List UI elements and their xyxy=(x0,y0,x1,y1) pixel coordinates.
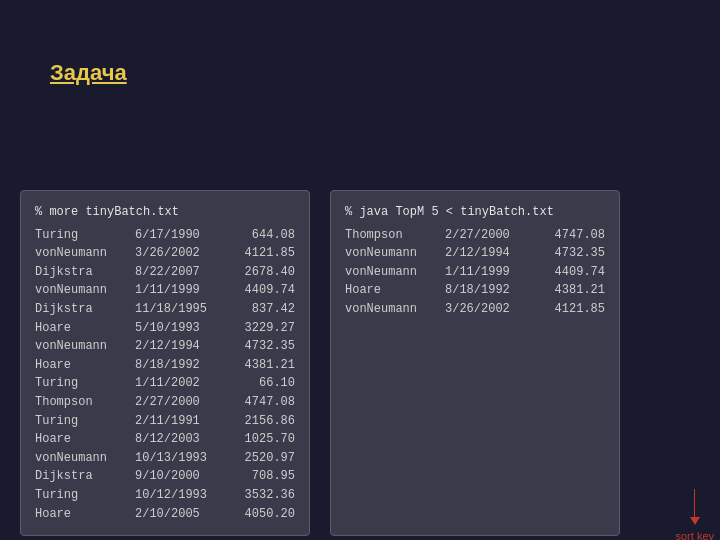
row-value: 2520.97 xyxy=(225,449,295,468)
row-name: Hoare xyxy=(345,281,445,300)
row-date: 2/10/2005 xyxy=(135,505,225,524)
row-value: 4747.08 xyxy=(225,393,295,412)
table-row: Turing10/12/19933532.36 xyxy=(35,486,295,505)
row-name: vonNeumann xyxy=(35,281,135,300)
row-name: vonNeumann xyxy=(345,300,445,319)
page-title: Задача xyxy=(50,60,127,86)
row-name: vonNeumann xyxy=(35,449,135,468)
row-value: 3229.27 xyxy=(225,319,295,338)
table-row: Hoare5/10/19933229.27 xyxy=(35,319,295,338)
row-date: 3/26/2002 xyxy=(135,244,225,263)
right-terminal: % java TopM 5 < tinyBatch.txt Thompson2/… xyxy=(330,190,620,536)
left-terminal-command: % more tinyBatch.txt xyxy=(35,203,295,222)
row-name: Hoare xyxy=(35,356,135,375)
row-value: 2156.86 xyxy=(225,412,295,431)
row-name: Hoare xyxy=(35,505,135,524)
row-date: 1/11/2002 xyxy=(135,374,225,393)
row-name: Turing xyxy=(35,374,135,393)
table-row: vonNeumann2/12/19944732.35 xyxy=(345,244,605,263)
table-row: Turing1/11/200266.10 xyxy=(35,374,295,393)
left-terminal: % more tinyBatch.txt Turing6/17/1990644.… xyxy=(20,190,310,536)
row-name: vonNeumann xyxy=(35,244,135,263)
right-terminal-rows: Thompson2/27/20004747.08vonNeumann2/12/1… xyxy=(345,226,605,319)
row-value: 4409.74 xyxy=(535,263,605,282)
table-row: Hoare8/12/20031025.70 xyxy=(35,430,295,449)
row-date: 6/17/1990 xyxy=(135,226,225,245)
table-row: Hoare8/18/19924381.21 xyxy=(35,356,295,375)
table-row: Turing6/17/1990644.08 xyxy=(35,226,295,245)
table-row: vonNeumann1/11/19994409.74 xyxy=(345,263,605,282)
row-name: Dijkstra xyxy=(35,300,135,319)
row-name: Hoare xyxy=(35,430,135,449)
table-row: Turing2/11/19912156.86 xyxy=(35,412,295,431)
row-date: 8/18/1992 xyxy=(445,281,535,300)
table-row: vonNeumann2/12/19944732.35 xyxy=(35,337,295,356)
row-date: 2/12/1994 xyxy=(135,337,225,356)
row-date: 2/11/1991 xyxy=(135,412,225,431)
row-name: vonNeumann xyxy=(345,263,445,282)
row-date: 9/10/2000 xyxy=(135,467,225,486)
right-terminal-command: % java TopM 5 < tinyBatch.txt xyxy=(345,203,605,222)
table-row: Thompson2/27/20004747.08 xyxy=(345,226,605,245)
row-name: Thompson xyxy=(35,393,135,412)
row-date: 5/10/1993 xyxy=(135,319,225,338)
row-value: 4381.21 xyxy=(225,356,295,375)
table-row: Hoare8/18/19924381.21 xyxy=(345,281,605,300)
row-value: 4381.21 xyxy=(535,281,605,300)
row-date: 10/13/1993 xyxy=(135,449,225,468)
row-date: 2/27/2000 xyxy=(135,393,225,412)
row-date: 8/12/2003 xyxy=(135,430,225,449)
row-date: 1/11/1999 xyxy=(135,281,225,300)
table-row: Dijkstra9/10/2000708.95 xyxy=(35,467,295,486)
row-date: 8/22/2007 xyxy=(135,263,225,282)
row-value: 1025.70 xyxy=(225,430,295,449)
table-row: Dijkstra8/22/20072678.40 xyxy=(35,263,295,282)
left-terminal-rows: Turing6/17/1990644.08vonNeumann3/26/2002… xyxy=(35,226,295,524)
row-date: 10/12/1993 xyxy=(135,486,225,505)
row-value: 4050.20 xyxy=(225,505,295,524)
table-row: vonNeumann3/26/20024121.85 xyxy=(35,244,295,263)
row-name: Turing xyxy=(35,412,135,431)
row-name: Turing xyxy=(35,226,135,245)
table-row: vonNeumann1/11/19994409.74 xyxy=(35,281,295,300)
row-value: 4747.08 xyxy=(535,226,605,245)
row-name: Hoare xyxy=(35,319,135,338)
row-value: 4121.85 xyxy=(535,300,605,319)
row-date: 1/11/1999 xyxy=(445,263,535,282)
row-date: 2/27/2000 xyxy=(445,226,535,245)
row-date: 3/26/2002 xyxy=(445,300,535,319)
row-value: 4409.74 xyxy=(225,281,295,300)
row-value: 2678.40 xyxy=(225,263,295,282)
table-row: Dijkstra11/18/1995837.42 xyxy=(35,300,295,319)
table-row: Thompson2/27/20004747.08 xyxy=(35,393,295,412)
terminal-container: % more tinyBatch.txt Turing6/17/1990644.… xyxy=(20,190,620,536)
row-value: 837.42 xyxy=(225,300,295,319)
table-row: vonNeumann3/26/20024121.85 xyxy=(345,300,605,319)
row-value: 3532.36 xyxy=(225,486,295,505)
row-value: 4732.35 xyxy=(225,337,295,356)
table-row: vonNeumann10/13/19932520.97 xyxy=(35,449,295,468)
table-row: Hoare2/10/20054050.20 xyxy=(35,505,295,524)
sort-key-annotation: sort key xyxy=(645,489,684,540)
row-name: vonNeumann xyxy=(345,244,445,263)
row-date: 8/18/1992 xyxy=(135,356,225,375)
row-value: 4121.85 xyxy=(225,244,295,263)
row-name: Thompson xyxy=(345,226,445,245)
row-value: 708.95 xyxy=(225,467,295,486)
row-name: Turing xyxy=(35,486,135,505)
row-date: 11/18/1995 xyxy=(135,300,225,319)
row-name: Dijkstra xyxy=(35,263,135,282)
row-date: 2/12/1994 xyxy=(445,244,535,263)
row-value: 4732.35 xyxy=(535,244,605,263)
row-name: Dijkstra xyxy=(35,467,135,486)
sort-key-label: sort key xyxy=(675,528,714,540)
row-name: vonNeumann xyxy=(35,337,135,356)
row-value: 644.08 xyxy=(225,226,295,245)
row-value: 66.10 xyxy=(225,374,295,393)
